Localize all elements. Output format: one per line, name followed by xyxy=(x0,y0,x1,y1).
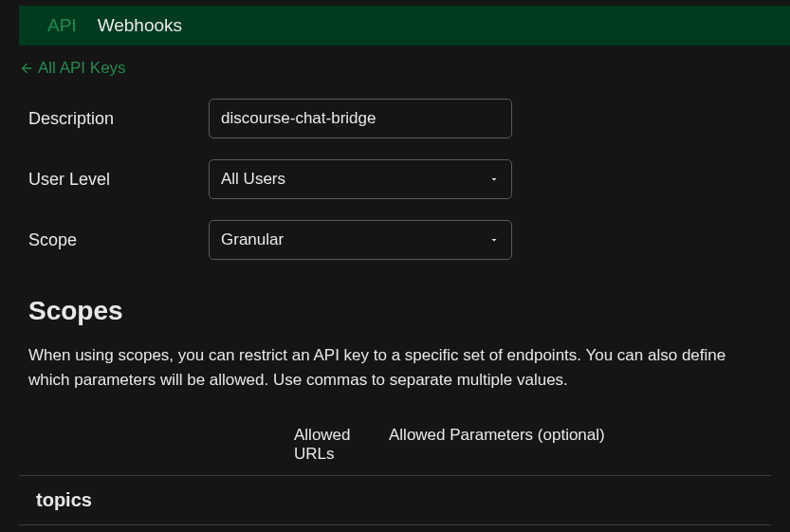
back-all-api-keys-link[interactable]: All API Keys xyxy=(19,59,126,78)
user-level-select[interactable]: All Users xyxy=(209,159,512,199)
scopes-heading: Scopes xyxy=(19,296,771,326)
scopes-description: When using scopes, you can restrict an A… xyxy=(19,343,771,394)
scope-select[interactable]: Granular xyxy=(209,220,512,260)
content-pane: All API Keys Description User Level All … xyxy=(0,53,790,532)
label-description: Description xyxy=(19,109,209,129)
col-params-header: Allowed Parameters (optional) xyxy=(389,426,762,464)
tab-webhooks[interactable]: Webhooks xyxy=(98,15,182,36)
row-user-level: User Level All Users xyxy=(19,159,771,199)
col-urls-header: Allowed URLs xyxy=(294,426,389,464)
description-input[interactable] xyxy=(221,109,500,128)
caret-down-icon xyxy=(488,234,500,246)
col-check-header xyxy=(28,426,142,464)
scope-row-write: write xyxy=(19,525,771,532)
description-input-wrapper xyxy=(209,99,512,138)
scope-value: Granular xyxy=(221,230,284,249)
caret-down-icon xyxy=(488,174,500,185)
label-scope: Scope xyxy=(19,230,209,250)
back-link-text: All API Keys xyxy=(38,59,126,78)
col-action-header xyxy=(142,426,294,464)
scope-group-topics: topics xyxy=(19,476,771,525)
scopes-table-header: Allowed URLs Allowed Parameters (optiona… xyxy=(19,426,771,476)
row-scope: Scope Granular xyxy=(19,220,771,260)
arrow-left-icon xyxy=(19,61,34,76)
row-description: Description xyxy=(19,99,771,138)
tabs-bar: API Webhooks xyxy=(19,6,790,46)
tab-api[interactable]: API xyxy=(47,15,77,36)
user-level-value: All Users xyxy=(221,170,285,189)
label-user-level: User Level xyxy=(19,170,209,190)
